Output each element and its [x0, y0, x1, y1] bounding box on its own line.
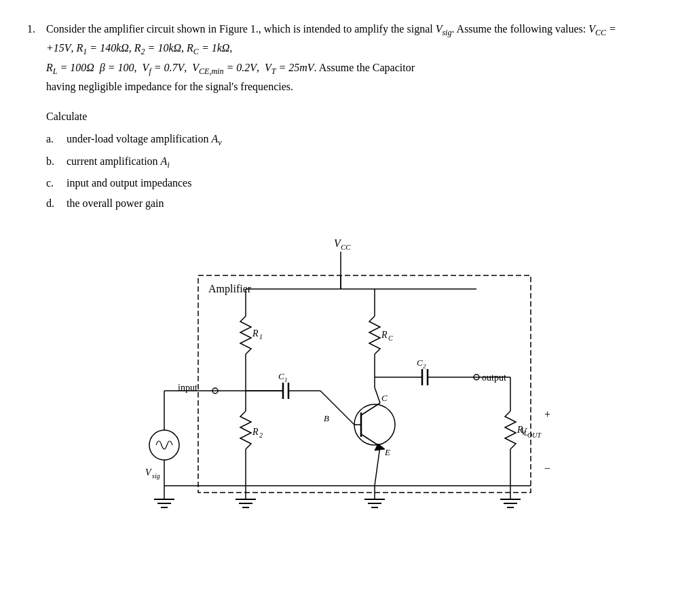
rl-value: RL = 100Ω — [46, 62, 94, 73]
c2-sub-symbol: 2 — [423, 363, 426, 370]
item-b-text: current amplification Ai — [67, 153, 170, 172]
minus-label: − — [544, 463, 550, 474]
r2-sub-symbol: 2 — [259, 431, 263, 439]
rc-value: RC = 1kΩ — [187, 42, 229, 54]
vt-value: VT = 25mV — [265, 62, 314, 73]
vf-value: Vf = 0.7V — [143, 62, 185, 73]
problem-container: 1. Consider the amplifier circuit shown … — [27, 20, 638, 214]
r1-symbol: R — [252, 328, 259, 339]
problem-number: 1. Consider the amplifier circuit shown … — [27, 20, 638, 214]
problem-num: 1. — [27, 20, 41, 38]
problem-intro-line1: Consider the amplifier circuit shown in … — [46, 20, 638, 59]
item-c-label: c. — [46, 174, 60, 192]
plus-label: + — [544, 408, 550, 420]
item-a-label: a. — [46, 130, 60, 149]
calculate-section: Calculate a. under-load voltage amplific… — [46, 108, 638, 212]
c-label-transistor: C — [381, 393, 388, 403]
circuit-container: V CC Amplifier R 1 R 2 — [27, 235, 668, 526]
rc-resistor — [369, 316, 380, 354]
item-a-text: under-load voltage amplification Av — [67, 130, 222, 149]
rl-resistor — [505, 411, 516, 449]
problem-intro-line2: RL = 100Ω β = 100, Vf = 0.7V, VCE,min = … — [46, 59, 638, 78]
r1-value: R1 = 140kΩ — [77, 42, 129, 54]
r2-resistor — [240, 411, 251, 449]
vcc-value: VCC = +15V — [46, 23, 616, 54]
collector-to-rc — [375, 387, 380, 403]
item-d: d. the overall power gain — [46, 195, 638, 212]
r1-sub-symbol: 1 — [259, 333, 263, 341]
vcc-sub-label: CC — [341, 243, 351, 251]
amplifier-label: Amplifier — [208, 283, 252, 295]
input-label: input — [178, 383, 198, 393]
beta-value: β = 100 — [100, 62, 134, 73]
r2-value: R2 = 10kΩ — [134, 42, 181, 54]
vce-value: VCE,min = 0.2V — [192, 62, 257, 73]
item-b: b. current amplification Ai — [46, 153, 638, 172]
vout-sub-symbol: OUT — [527, 431, 542, 439]
calculate-label: Calculate — [46, 108, 638, 126]
item-a: a. under-load voltage amplification Av — [46, 130, 638, 149]
problem-body: Consider the amplifier circuit shown in … — [46, 20, 638, 214]
c1-symbol: C — [278, 371, 284, 381]
c2-symbol: C — [417, 358, 423, 368]
item-c: c. input and output impedances — [46, 174, 638, 192]
r1-resistor — [240, 316, 251, 354]
e-label: E — [384, 447, 390, 457]
item-d-label: d. — [46, 195, 60, 212]
problem-intro-line3: having negligible impedance for the sign… — [46, 78, 638, 96]
circuit-diagram: V CC Amplifier R 1 R 2 — [110, 235, 585, 526]
item-b-label: b. — [46, 153, 60, 172]
b-label: B — [324, 413, 329, 423]
vsig-symbol: Vsig — [436, 23, 452, 35]
vsig-sub-symbol: sig — [152, 472, 160, 480]
rc-sub-symbol: C — [388, 334, 393, 342]
vsig-sine — [156, 441, 172, 449]
vsig-circle — [149, 430, 179, 460]
emitter-to-ground — [375, 446, 380, 486]
amplifier-box — [198, 275, 531, 493]
vout-symbol: V — [521, 427, 527, 437]
r2-symbol: R — [252, 427, 259, 437]
item-c-text: input and output impedances — [67, 174, 191, 192]
vsig-symbol: V — [145, 467, 152, 478]
c1-sub-symbol: 1 — [284, 377, 288, 383]
item-d-text: the overall power gain — [67, 195, 164, 212]
sub-items-list: a. under-load voltage amplification Av b… — [46, 130, 638, 212]
rc-symbol: R — [381, 330, 388, 340]
